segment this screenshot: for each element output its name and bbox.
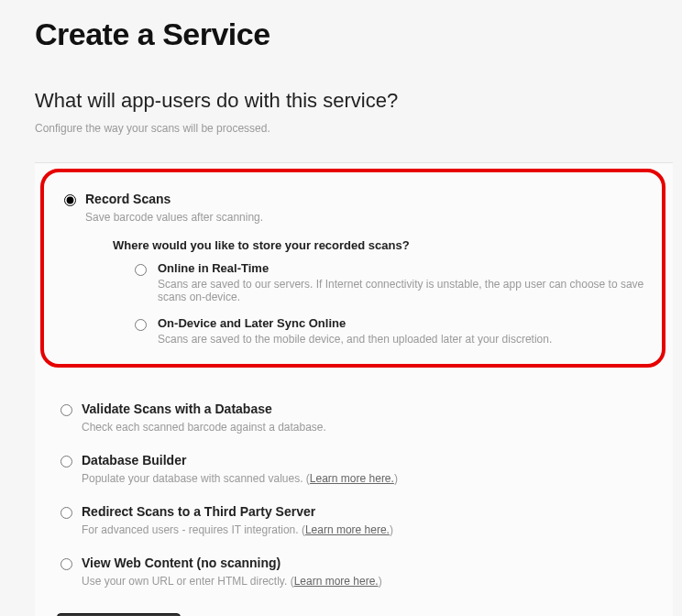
radio-validate[interactable] [60,404,72,416]
redirect-label: Redirect Scans to a Third Party Server [82,504,656,519]
webcontent-learn-link[interactable]: Learn more here. [294,575,379,588]
webcontent-label: View Web Content (no scanning) [82,556,656,570]
suboption-ondevice[interactable]: On-Device and Later Sync Online Scans ar… [135,316,645,346]
ondevice-desc: Scans are saved to the mobile device, an… [158,333,552,346]
radio-database-builder[interactable] [60,456,72,468]
option-web-content[interactable]: View Web Content (no scanning) Use your … [60,551,656,589]
page-subnote: Configure the way your scans will be pro… [0,113,682,135]
page-subheading: What will app-users do with this service… [0,52,682,113]
options-panel: Record Scans Save barcode values after s… [35,162,673,616]
online-desc: Scans are saved to our servers. If Inter… [158,278,645,303]
online-label: Online in Real-Time [158,261,645,275]
option-database-builder[interactable]: Database Builder Populate your database … [60,448,656,487]
dbuilder-desc: Populate your database with scanned valu… [82,470,656,487]
suboption-online[interactable]: Online in Real-Time Scans are saved to o… [135,261,645,303]
radio-web-content[interactable] [60,558,72,570]
validate-label: Validate Scans with a Database [82,402,656,416]
option-record-scans[interactable]: Record Scans Save barcode values after s… [64,187,645,346]
record-scans-highlight: Record Scans Save barcode values after s… [40,169,666,368]
radio-online-realtime[interactable] [135,264,147,276]
radio-record-scans[interactable] [64,194,76,206]
page-container: Create a Service What will app-users do … [0,0,682,616]
option-validate[interactable]: Validate Scans with a Database Check eac… [60,397,656,435]
dbuilder-label: Database Builder [82,453,656,468]
ondevice-label: On-Device and Later Sync Online [158,316,552,330]
redirect-learn-link[interactable]: Learn more here. [305,523,390,536]
radio-ondevice[interactable] [135,319,147,331]
storage-question: Where would you like to store your recor… [113,238,645,252]
validate-desc: Check each scanned barcode against a dat… [82,419,656,435]
dbuilder-learn-link[interactable]: Learn more here. [310,472,394,485]
option-redirect[interactable]: Redirect Scans to a Third Party Server F… [60,500,656,538]
page-title: Create a Service [0,0,682,52]
record-scans-desc: Save barcode values after scanning. [85,209,645,226]
webcontent-desc: Use your own URL or enter HTML directly.… [82,573,656,589]
redirect-desc: For advanced users - requires IT integra… [82,522,656,538]
record-scans-label: Record Scans [85,192,645,206]
lower-options: Validate Scans with a Database Check eac… [35,375,673,589]
radio-redirect[interactable] [60,507,72,519]
